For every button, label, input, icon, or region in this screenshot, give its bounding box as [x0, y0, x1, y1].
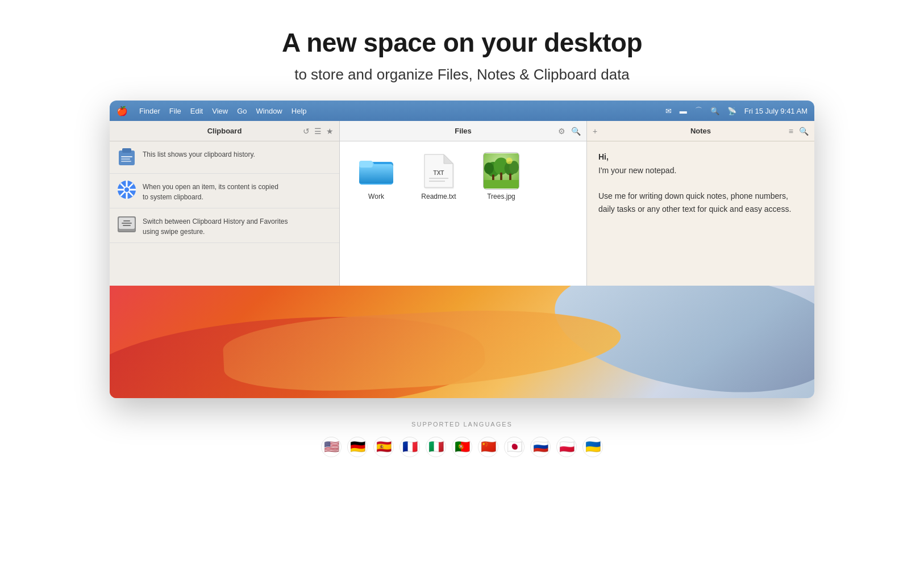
notes-plus-icon[interactable]: +: [593, 127, 597, 136]
clipboard-item-2[interactable]: When you open an item, its content is co…: [110, 174, 339, 208]
clipboard-text-2: When you open an item, its content is co…: [143, 179, 278, 202]
flag-pl: 🇵🇱: [556, 437, 577, 457]
notes-content: Hi, I'm your new notepad. Use me for wri…: [587, 141, 814, 224]
files-search-icon[interactable]: 🔍: [571, 127, 581, 136]
clipboard-icon-2: [116, 179, 137, 200]
svg-rect-31: [509, 174, 511, 181]
menu-help[interactable]: Help: [292, 107, 307, 115]
file-item-work[interactable]: Work: [353, 153, 399, 200]
menu-finder[interactable]: Finder: [139, 107, 160, 115]
clipboard-refresh-icon[interactable]: ↺: [303, 127, 310, 136]
folder-icon: [358, 153, 394, 189]
notes-title: Notes: [690, 127, 711, 135]
svg-point-33: [506, 158, 512, 164]
menu-window[interactable]: Window: [256, 107, 282, 115]
clipboard-star-icon[interactable]: ★: [326, 127, 334, 136]
svg-rect-19: [359, 161, 373, 168]
svg-rect-30: [500, 173, 502, 181]
page-title: A new space on your desktop: [0, 27, 924, 58]
clipboard-text-3: Switch between Clipboard History and Fav…: [143, 214, 288, 237]
notes-add-icon: +: [593, 127, 597, 136]
notes-list-icon[interactable]: ≡: [789, 127, 793, 136]
svg-rect-1: [122, 148, 131, 153]
flag-it: 🇮🇹: [426, 437, 446, 457]
notes-panel: + Notes ≡ 🔍 Hi, I'm your new notepad. Us…: [587, 121, 814, 286]
clipboard-header-icons: ↺ ☰ ★: [303, 127, 334, 136]
wifi-icon: ⌒: [695, 106, 702, 116]
svg-rect-3: [121, 158, 130, 160]
search-icon[interactable]: 🔍: [710, 107, 719, 115]
files-panel: Files ⚙ 🔍: [340, 121, 587, 286]
notes-line4: daily tasks or any other text for quick …: [598, 203, 803, 215]
desktop-wave-orange: [222, 303, 623, 397]
flag-us: 🇺🇸: [321, 437, 342, 457]
menubar: 🍎 Finder File Edit View Go Window Help ✉…: [110, 101, 814, 121]
file-trees-label: Trees.jpg: [487, 193, 515, 200]
menu-view[interactable]: View: [212, 107, 228, 115]
files-title: Files: [455, 127, 472, 135]
flag-ua: 🇺🇦: [582, 437, 603, 457]
clipboard-item-3[interactable]: Switch between Clipboard History and Fav…: [110, 208, 339, 243]
notes-search-icon[interactable]: 🔍: [799, 127, 809, 136]
svg-rect-4: [121, 161, 131, 162]
flag-es: 🇪🇸: [373, 437, 394, 457]
file-item-readme[interactable]: TXT Readme.txt: [416, 153, 461, 200]
clipboard-panel: Clipboard ↺ ☰ ★ This lis: [110, 121, 340, 286]
clipboard-icon-3: [116, 214, 137, 235]
panels-container: Clipboard ↺ ☰ ★ This lis: [110, 121, 814, 286]
svg-rect-12: [122, 223, 132, 224]
notes-line1: I'm your new notepad.: [598, 164, 803, 177]
apple-logo-icon: 🍎: [116, 106, 128, 116]
language-flags: 🇺🇸 🇩🇪 🇪🇸 🇫🇷 🇮🇹 🇵🇹 🇨🇳 🇯🇵 🇷🇺 🇵🇱 🇺🇦: [0, 437, 924, 457]
footer-section: SUPPORTED LANGUAGES 🇺🇸 🇩🇪 🇪🇸 🇫🇷 🇮🇹 🇵🇹 🇨🇳…: [0, 398, 924, 457]
svg-rect-11: [123, 220, 130, 221]
battery-icon: ▬: [680, 107, 687, 115]
page-header: A new space on your desktop to store and…: [0, 0, 924, 101]
notes-greeting: Hi,: [598, 150, 803, 163]
notes-header: + Notes ≡ 🔍: [587, 121, 814, 141]
menubar-right: ✉ ▬ ⌒ 🔍 📡 Fri 15 July 9:41 AM: [665, 106, 808, 116]
txt-icon: TXT: [421, 153, 457, 189]
svg-rect-13: [123, 225, 131, 226]
clipboard-text-1: This list shows your clipboard history.: [143, 147, 255, 160]
file-item-trees[interactable]: Trees.jpg: [478, 153, 524, 200]
menubar-clock: Fri 15 July 9:41 AM: [744, 107, 808, 115]
svg-rect-32: [484, 180, 519, 189]
flag-jp: 🇯🇵: [504, 437, 525, 457]
svg-point-7: [124, 187, 129, 192]
clipboard-header: Clipboard ↺ ☰ ★: [110, 121, 339, 141]
flag-cn: 🇨🇳: [478, 437, 498, 457]
files-header: Files ⚙ 🔍: [340, 121, 586, 141]
mail-icon: ✉: [665, 107, 672, 115]
svg-rect-10: [119, 229, 135, 231]
img-icon: [483, 153, 519, 189]
flag-ru: 🇷🇺: [530, 437, 551, 457]
svg-point-27: [484, 162, 494, 174]
clipboard-icon-1: [116, 147, 137, 168]
menu-file[interactable]: File: [169, 107, 181, 115]
svg-text:TXT: TXT: [434, 170, 444, 176]
files-header-icons: ⚙ 🔍: [558, 127, 581, 136]
menu-go[interactable]: Go: [237, 107, 247, 115]
flag-fr: 🇫🇷: [399, 437, 420, 457]
svg-rect-2: [121, 156, 132, 157]
page-subtitle: to store and organize Files, Notes & Cli…: [0, 66, 924, 83]
flag-pt: 🇵🇹: [452, 437, 472, 457]
clipboard-list-icon[interactable]: ☰: [314, 127, 322, 136]
files-content: Work TXT: [340, 141, 586, 212]
clipboard-item-1[interactable]: This list shows your clipboard history.: [110, 141, 339, 174]
files-gear-icon[interactable]: ⚙: [558, 127, 565, 136]
menu-edit[interactable]: Edit: [190, 107, 203, 115]
mac-window: 🍎 Finder File Edit View Go Window Help ✉…: [110, 101, 814, 398]
file-work-label: Work: [368, 193, 384, 200]
clipboard-title: Clipboard: [207, 127, 242, 135]
notes-header-icons: ≡ 🔍: [789, 127, 809, 136]
desktop-area: [110, 286, 814, 398]
flag-de: 🇩🇪: [347, 437, 368, 457]
airdrop-icon: 📡: [727, 107, 736, 115]
supported-label: SUPPORTED LANGUAGES: [0, 421, 924, 428]
notes-line3: Use me for writing down quick notes, pho…: [598, 190, 803, 202]
file-readme-label: Readme.txt: [421, 193, 456, 200]
